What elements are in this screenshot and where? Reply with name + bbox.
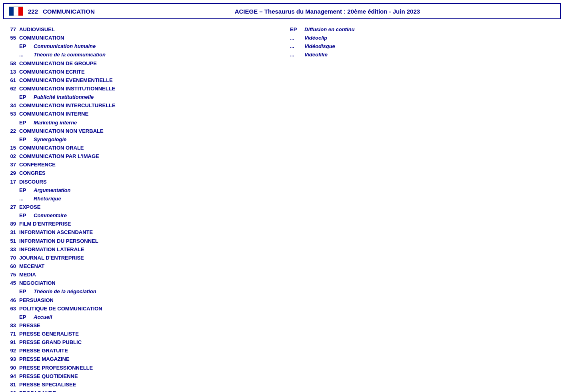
sub-label: Marketing interne [34, 119, 77, 127]
entry-label: PRESSE GRATUITE [19, 347, 68, 355]
entry-label: EXPOSE [19, 203, 40, 211]
sub-entry: ...Théorie de la communication [5, 51, 274, 59]
entry-label: COMMUNICATION [19, 34, 64, 42]
header-thesaurus: ACIEGE – Thesaurus du Management : 20ème… [100, 8, 555, 15]
sub-prefix: EP [19, 136, 34, 144]
list-item: 45NEGOCIATION [5, 279, 274, 287]
entry-number: 33 [5, 246, 19, 254]
right-column: EPDiffusion en continu...Vidéoclip...Vid… [282, 26, 559, 392]
list-item: 27EXPOSE [5, 203, 274, 211]
sub-label: Théorie de la négociation [34, 288, 96, 296]
entry-label: CONGRES [19, 169, 46, 177]
list-item: 61COMMUNICATION EVENEMENTIELLE [5, 76, 274, 84]
list-item: 81PRESSE SPECIALISEE [5, 381, 274, 389]
sub-entry: EPCommunication humaine [5, 42, 274, 50]
list-item: 29CONGRES [5, 169, 274, 177]
entry-number: 61 [5, 76, 19, 84]
entry-label: PRESSE GENERALISTE [19, 330, 79, 338]
entry-label: INFORMATION DU PERSONNEL [19, 237, 98, 245]
list-item: 71PRESSE GENERALISTE [5, 330, 274, 338]
sub-entry: EPSynergologie [5, 136, 274, 144]
list-item: 17DISCOURS [5, 178, 274, 186]
entry-number: 75 [5, 271, 19, 279]
list-item: 33INFORMATION LATERALE [5, 246, 274, 254]
entry-label: PRESSE PROFESSIONNELLE [19, 364, 93, 372]
entry-label: COMMUNICATION DE GROUPE [19, 60, 97, 68]
entry-number: 81 [5, 381, 19, 389]
list-item: 34COMMUNICATION INTERCULTURELLE [5, 102, 274, 110]
right-sub-entry: ...Vidéodisque [290, 42, 559, 50]
entry-number: 60 [5, 262, 19, 270]
entry-number: 15 [5, 144, 19, 152]
list-item: 51INFORMATION DU PERSONNEL [5, 237, 274, 245]
entry-label: FILM D'ENTREPRISE [19, 220, 71, 228]
sub-entry: EPCommentaire [5, 212, 274, 220]
sub-prefix: EP [19, 93, 34, 101]
entry-number: 70 [5, 254, 19, 262]
entry-number: 31 [5, 228, 19, 236]
list-item: 89FILM D'ENTREPRISE [5, 220, 274, 228]
list-item: 83PRESSE [5, 322, 274, 330]
sub-prefix: EP [19, 288, 34, 296]
entry-label: INFORMATION ASCENDANTE [19, 228, 93, 236]
entry-number: 26 [5, 389, 19, 392]
entry-number: 93 [5, 355, 19, 363]
entry-label: DISCOURS [19, 178, 47, 186]
sub-label: Rhétorique [34, 195, 61, 203]
right-sub-entry: ...Vidéofilm [290, 51, 559, 59]
list-item: 77AUDIOVISUEL [5, 26, 274, 34]
entry-number: 45 [5, 279, 19, 287]
entry-label: POLITIQUE DE COMMUNICATION [19, 305, 102, 313]
list-item: 22COMMUNICATION NON VERBALE [5, 127, 274, 135]
entry-label: PERSUASION [19, 296, 54, 304]
entry-label: NEGOCIATION [19, 279, 56, 287]
entry-number: 02 [5, 152, 19, 160]
sub-label: Accueil [34, 313, 52, 321]
list-item: 90PRESSE PROFESSIONNELLE [5, 364, 274, 372]
entry-label: COMMUNICATION INSTITUTIONNELLE [19, 85, 115, 93]
sub-prefix: EP [19, 42, 34, 50]
list-item: 37CONFERENCE [5, 161, 274, 169]
entry-number: 13 [5, 68, 19, 76]
right-sub-prefix: ... [290, 42, 304, 50]
entry-label: CONFERENCE [19, 161, 56, 169]
entry-number: 89 [5, 220, 19, 228]
sub-entry: ...Rhétorique [5, 195, 274, 203]
entry-number: 53 [5, 110, 19, 118]
right-sub-prefix: ... [290, 34, 304, 42]
entry-label: INFORMATION LATERALE [19, 246, 84, 254]
entry-label: COMMUNICATION INTERNE [19, 110, 88, 118]
entry-number: 22 [5, 127, 19, 135]
list-item: 55COMMUNICATION [5, 34, 274, 42]
entry-label: COMMUNICATION ORALE [19, 144, 84, 152]
list-item: 58COMMUNICATION DE GROUPE [5, 60, 274, 68]
entry-label: MEDIA [19, 271, 36, 279]
entry-number: 62 [5, 85, 19, 93]
right-sub-entry: ...Vidéoclip [290, 34, 559, 42]
sub-label: Commentaire [34, 212, 67, 220]
list-item: 15COMMUNICATION ORALE [5, 144, 274, 152]
sub-entry: EPThéorie de la négociation [5, 288, 274, 296]
entry-number: 55 [5, 34, 19, 42]
right-sub-label: Vidéodisque [304, 42, 335, 50]
sub-label: Argumentation [34, 186, 70, 194]
entry-number: 17 [5, 178, 19, 186]
entry-number: 29 [5, 169, 19, 177]
entry-number: 94 [5, 372, 19, 380]
sub-prefix: EP [19, 119, 34, 127]
right-sub-entry: EPDiffusion en continu [290, 26, 559, 34]
entry-label: PRESSE GRAND PUBLIC [19, 338, 82, 346]
list-item: 26PROPAGANDE [5, 389, 274, 392]
list-item: 13COMMUNICATION ECRITE [5, 68, 274, 76]
french-flag [9, 6, 23, 16]
header-code: 222 [28, 8, 38, 15]
entry-label: COMMUNICATION NON VERBALE [19, 127, 104, 135]
entry-number: 71 [5, 330, 19, 338]
entry-label: PRESSE QUOTIDIENNE [19, 372, 78, 380]
entry-label: PRESSE MAGAZINE [19, 355, 70, 363]
sub-label: Théorie de la communication [34, 51, 106, 59]
sub-prefix: ... [19, 51, 34, 59]
header-title: COMMUNICATION [43, 8, 95, 15]
sub-entry: EPArgumentation [5, 186, 274, 194]
entry-number: 51 [5, 237, 19, 245]
